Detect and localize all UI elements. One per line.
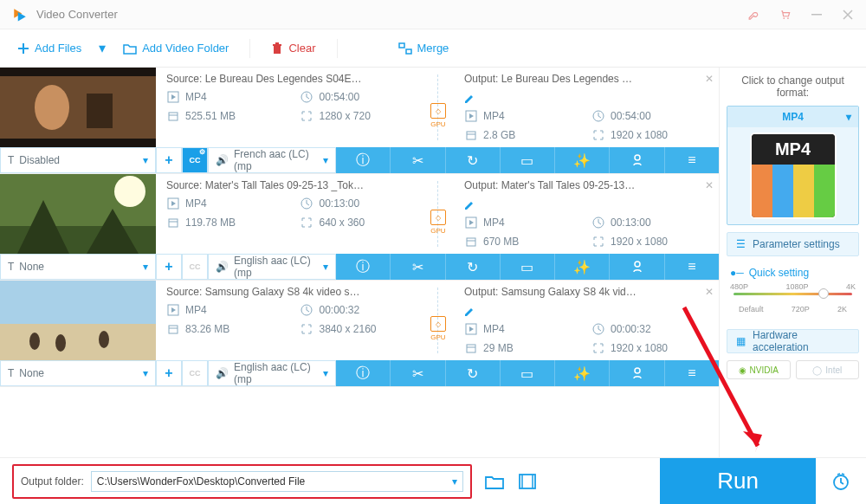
out-size: 2.8 GB	[483, 129, 515, 141]
parameter-settings-button[interactable]: ☰ Parameter settings	[727, 232, 859, 256]
resolution-icon	[591, 128, 605, 142]
chevron-down-icon: ▾	[846, 111, 851, 123]
minimize-icon[interactable]	[811, 9, 823, 21]
item-controlbar: TNone▾ + CC 🔊English aac (LC) (mp▾ ⓘ ✂ ↻…	[0, 254, 719, 280]
add-subtitle-button[interactable]: +	[156, 254, 182, 280]
schedule-icon[interactable]	[828, 472, 854, 491]
watermark-icon[interactable]	[610, 360, 664, 386]
audio-select[interactable]: 🔊English aac (LC) (mp▾	[208, 360, 336, 386]
audio-select[interactable]: 🔊English aac (LC) (mp▾	[208, 254, 336, 280]
crop-icon[interactable]: ▭	[501, 147, 555, 173]
resolution-icon	[591, 235, 605, 249]
add-folder-button[interactable]: Add Video Folder	[114, 36, 237, 60]
info-icon[interactable]: ⓘ	[336, 147, 391, 173]
format-hint: Click to change output format:	[727, 74, 859, 99]
cut-icon[interactable]: ✂	[391, 360, 445, 386]
remove-item-icon[interactable]: ✕	[705, 286, 714, 298]
cut-icon[interactable]: ✂	[391, 254, 445, 280]
video-thumbnail[interactable]	[0, 174, 156, 254]
filter-icon[interactable]: ≡	[665, 147, 719, 173]
clear-button[interactable]: Clear	[262, 36, 324, 60]
effects-icon[interactable]: ✨	[555, 147, 610, 173]
audio-select[interactable]: 🔊French aac (LC) (mp▾	[208, 147, 336, 173]
rotate-icon[interactable]: ↻	[446, 360, 501, 386]
format-icon	[464, 109, 478, 123]
sliders-icon: ☰	[736, 238, 746, 250]
video-thumbnail[interactable]	[0, 68, 156, 147]
subtitle-select[interactable]: TNone▾	[0, 360, 156, 386]
edit-icon[interactable]	[464, 200, 710, 210]
rotate-icon[interactable]: ↻	[446, 147, 501, 173]
add-subtitle-button[interactable]: +	[156, 147, 182, 173]
nvidia-chip[interactable]: ◉NVIDIA	[727, 360, 791, 379]
watermark-icon[interactable]	[610, 254, 664, 280]
app-title: Video Converter	[36, 8, 748, 21]
key-icon[interactable]	[748, 9, 760, 21]
merge-button[interactable]: Merge	[390, 36, 458, 60]
resolution-icon	[300, 322, 313, 336]
speaker-icon: 🔊	[216, 154, 229, 166]
resolution-icon	[300, 109, 313, 123]
cc-button[interactable]: CC⚙	[182, 147, 208, 173]
svg-point-28	[29, 333, 40, 350]
crop-icon[interactable]: ▭	[501, 254, 555, 280]
svg-point-30	[99, 331, 109, 348]
list-item: Source: Samsung Galaxy S8 4k video sampl…	[0, 281, 719, 387]
cc-button[interactable]: CC	[182, 254, 208, 280]
app-logo-icon	[12, 7, 28, 23]
subtitle-select[interactable]: TDisabled▾	[0, 147, 156, 173]
open-folder-icon[interactable]	[484, 471, 505, 492]
item-controlbar: TNone▾ + CC 🔊English aac (LC) (mp▾ ⓘ ✂ ↻…	[0, 360, 719, 386]
svg-point-7	[35, 85, 69, 130]
filter-icon[interactable]: ≡	[665, 254, 719, 280]
remove-item-icon[interactable]: ✕	[705, 73, 714, 85]
clock-icon	[591, 322, 605, 336]
svg-rect-11	[169, 113, 178, 120]
size-icon	[464, 235, 478, 249]
out-res: 1920 x 1080	[611, 129, 668, 141]
output-folder-field[interactable]: C:\Users\WonderFox\Desktop\Converted Fil…	[91, 471, 463, 492]
edit-icon[interactable]	[464, 307, 710, 317]
video-thumbnail[interactable]	[0, 281, 156, 360]
intel-chip[interactable]: ◯Intel	[796, 360, 860, 379]
hardware-accel-button[interactable]: ▦ Hardware acceleration	[727, 329, 859, 353]
gpu-badge: ◇GPU	[430, 103, 446, 128]
run-button[interactable]: Run	[660, 458, 816, 505]
crop-icon[interactable]: ▭	[501, 360, 555, 386]
add-files-button[interactable]: Add Files	[9, 36, 90, 60]
svg-rect-27	[0, 324, 156, 360]
right-panel: Click to change output format: MP4▾ MP4 …	[719, 68, 866, 457]
src-duration: 00:54:00	[319, 91, 359, 103]
item-controlbar: TDisabled▾ + CC⚙ 🔊French aac (LC) (mp▾ ⓘ…	[0, 147, 719, 173]
add-files-label: Add Files	[35, 42, 81, 55]
format-icon	[464, 322, 478, 336]
add-files-dropdown[interactable]: ▾	[95, 40, 109, 56]
filter-icon[interactable]: ≡	[665, 360, 719, 386]
src-size: 525.51 MB	[185, 110, 236, 122]
quality-slider[interactable]: 480P1080P4K Default720P2K	[730, 282, 856, 305]
svg-rect-24	[467, 238, 475, 246]
info-icon[interactable]: ⓘ	[336, 254, 391, 280]
edit-icon[interactable]	[464, 94, 710, 104]
film-icon[interactable]	[517, 471, 538, 492]
svg-point-25	[635, 262, 640, 267]
info-icon[interactable]: ⓘ	[336, 360, 391, 386]
watermark-icon[interactable]	[610, 147, 664, 173]
cart-icon[interactable]	[779, 9, 792, 21]
remove-item-icon[interactable]: ✕	[705, 179, 714, 191]
add-subtitle-button[interactable]: +	[156, 360, 182, 386]
subtitle-select[interactable]: TNone▾	[0, 254, 156, 280]
rotate-icon[interactable]: ↻	[446, 254, 501, 280]
output-format-box[interactable]: MP4▾ MP4	[727, 106, 859, 225]
file-list: Source: Le Bureau Des Legendes S04E02.mp…	[0, 68, 719, 457]
svg-rect-14	[467, 132, 475, 139]
close-icon[interactable]	[842, 9, 854, 21]
effects-icon[interactable]: ✨	[555, 360, 610, 386]
cc-button[interactable]: CC	[182, 360, 208, 386]
svg-rect-8	[87, 94, 113, 128]
svg-rect-21	[169, 219, 178, 227]
effects-icon[interactable]: ✨	[555, 254, 610, 280]
src-format: MP4	[185, 91, 207, 103]
size-icon	[166, 216, 180, 229]
cut-icon[interactable]: ✂	[391, 147, 445, 173]
